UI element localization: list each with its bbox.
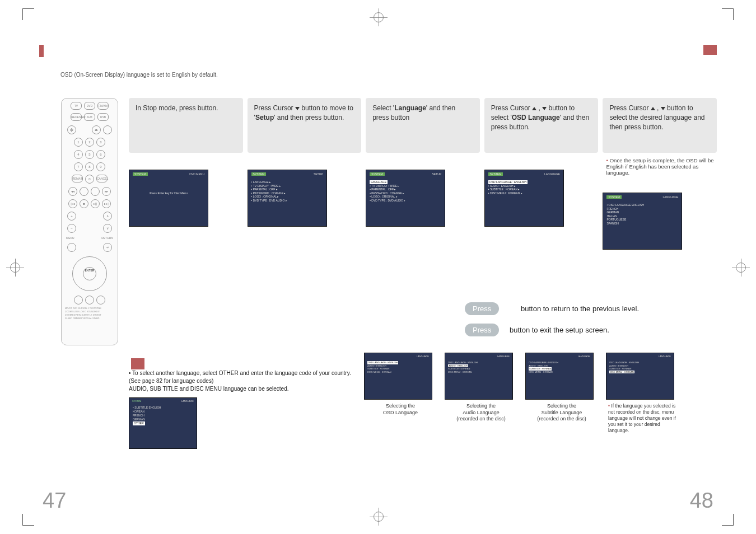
remote-illustration: TVDVDFM/XM RECEIVERAUXUSB ⏻⏏ 123 456 789…: [56, 98, 123, 345]
remote-labels: MO/ST DVD SUPER5.1 TESTTONEZOOM SLOW LOG…: [62, 305, 118, 322]
label: RETURN: [101, 236, 113, 240]
remote-btn: [103, 125, 112, 134]
eject-icon: ⏏: [92, 125, 101, 134]
remote-btn: 8: [85, 162, 94, 171]
section-tab-right: [703, 45, 717, 55]
return-icon: ↩: [103, 243, 112, 252]
osd-screenshot: SYSTEMDVD MENU Press Enter key for Disc …: [129, 170, 208, 227]
power-icon: ⏻: [67, 125, 76, 134]
osd-screenshot: SYSTEMSETUP • LANGUAGE ▸• TV DISPLAY : W…: [248, 170, 327, 227]
step-3: Select 'Language' and then press button …: [366, 98, 480, 345]
crop-mark: [722, 8, 734, 20]
step-2: Press Cursor button to move to 'Setup' a…: [248, 98, 362, 345]
dpad: ENTER: [72, 256, 107, 291]
osd-screenshot: SYSTEMLANGUAGE OSD LANGUAGE : ENGLISH• A…: [484, 170, 564, 227]
remote-btn: AUX: [84, 113, 95, 121]
register-mark: [10, 263, 20, 273]
stop-icon: ■: [80, 199, 88, 208]
remote-btn: ∧: [103, 212, 112, 221]
osd-screenshot: SYSTEMSETUP LANGUAGE• TV DISPLAY : WIDE …: [366, 170, 445, 227]
register-mark: [374, 512, 384, 522]
intro-text: OSD (On-Screen Display) language is set …: [60, 72, 218, 78]
remote-btn: +: [67, 212, 76, 221]
cursor-up-icon: [532, 107, 536, 110]
remote-btn: RECEIVER: [71, 113, 82, 121]
play-icon: ▸||: [91, 199, 100, 208]
page-number: 48: [690, 489, 713, 513]
remote-btn: 6: [96, 150, 105, 159]
remote-btn: [80, 187, 88, 196]
remote-btn: ∨: [103, 224, 112, 233]
cursor-down-icon: [661, 107, 665, 110]
crop-mark: [722, 514, 734, 526]
remote-btn: 1: [74, 138, 83, 147]
osd-screenshot: SYSTEM LANGUAGE • SUBTITLE ENGLISH KOREA…: [129, 397, 197, 449]
remote-btn: 9: [96, 162, 105, 171]
remote-btn: [91, 187, 100, 196]
remote-btn: [74, 296, 83, 305]
mini-col: LANGUAGEOSD LANGUAGE : ENGLISHAUDIO : EN…: [364, 353, 437, 449]
remote-btn: 0: [85, 175, 94, 184]
remote-btn: 5: [85, 150, 94, 159]
remote-btn: 7: [74, 162, 83, 171]
footnote: If the language you selected is not reco…: [608, 403, 676, 433]
crop-mark: [22, 8, 34, 20]
remote-btn: ◂◂: [68, 187, 77, 196]
remote-btn: FM/XM: [97, 102, 109, 110]
remote-btn: CANCEL: [96, 175, 108, 182]
remote-btn: [96, 296, 105, 305]
crop-mark: [22, 514, 34, 526]
lower-text: (See page 82 for language codes): [129, 377, 364, 385]
remote-btn: REMAIN: [72, 175, 83, 182]
remote-btn: 4: [74, 150, 83, 159]
cursor-up-icon: [651, 107, 655, 110]
mini-col: LANGUAGEOSD LANGUAGE : ENGLISHAUDIO : EN…: [445, 353, 517, 449]
press-pill: Press: [465, 324, 499, 336]
press-text: button to exit the setup screen.: [510, 326, 609, 334]
osd-screenshot: SYSTEMLANGUAGE • OSD LANGUAGE ENGLISH FR…: [603, 193, 682, 250]
mini-col: LANGUAGEOSD LANGUAGE : ENGLISHAUDIO : EN…: [525, 353, 598, 449]
remote-btn: |◂◂: [68, 199, 77, 208]
lower-left: • To select another language, select OTH…: [129, 353, 364, 449]
remote-btn: TV: [71, 102, 82, 110]
step-1: In Stop mode, press button. SYSTEMDVD ME…: [129, 98, 243, 345]
register-mark: [374, 12, 384, 22]
menu-icon: [67, 243, 76, 252]
note-text: Once the setup is complete, the OSD will…: [606, 157, 713, 176]
section-tab: [39, 45, 44, 57]
remote-btn: ▸▸|: [102, 199, 111, 208]
page-number: 47: [43, 489, 66, 513]
cursor-down-icon: [542, 107, 547, 110]
enter-button: ENTER: [83, 267, 96, 280]
press-pill: Press: [465, 302, 499, 315]
remote-btn: ▸▸: [102, 187, 111, 196]
lower-text: AUDIO, SUB TITLE and DISC MENU language …: [129, 385, 364, 393]
remote-btn: 2: [85, 138, 94, 147]
lower-text: • To select another language, select OTH…: [129, 369, 364, 377]
label: MENU: [66, 236, 74, 240]
remote-btn: DVD: [84, 102, 95, 110]
remote-btn: USB: [97, 113, 109, 121]
remote-btn: −: [67, 224, 76, 233]
press-text: button to return to the previous level.: [521, 305, 639, 313]
register-mark: [736, 263, 746, 273]
remote-btn: [85, 296, 94, 305]
mini-col: LANGUAGEOSD LANGUAGE : ENGLISHAUDIO : EN…: [606, 353, 679, 449]
remote-btn: 3: [96, 138, 105, 147]
cursor-down-icon: [295, 107, 300, 110]
